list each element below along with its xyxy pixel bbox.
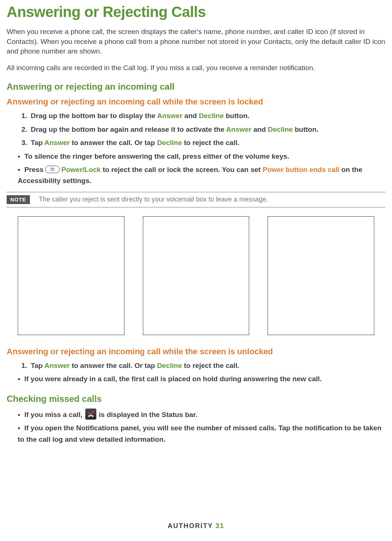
note-callout: NOTE The caller you reject is sent direc… xyxy=(7,192,385,207)
step-text: and xyxy=(251,125,268,133)
locked-step-2: 2. Drag up the bottom bar again and rele… xyxy=(21,124,385,135)
screenshot-placeholder-2 xyxy=(143,216,250,335)
decline-keyword: Decline xyxy=(157,362,182,369)
missed-bullet-icon: If you miss a call, is displayed in the … xyxy=(18,409,385,421)
intro-paragraph-1: When you receive a phone call, the scree… xyxy=(7,27,385,56)
intro-paragraph-2: All incoming calls are recorded in the C… xyxy=(7,63,385,73)
screenshot-placeholder-1 xyxy=(18,216,124,335)
answer-keyword: Answer xyxy=(226,125,252,133)
step-text: Tap xyxy=(31,139,44,147)
answer-keyword: Answer xyxy=(44,362,70,369)
section-answer-reject-heading: Answering or rejecting an incoming call xyxy=(7,82,385,92)
locked-step-1: 1. Drag up the bottom bar to display the… xyxy=(21,110,385,121)
footer-page-number: 31 xyxy=(216,522,224,530)
unlocked-bullets: If you were already in a call, the first… xyxy=(7,373,385,385)
bullet-text: Press xyxy=(24,166,45,173)
answer-keyword: Answer xyxy=(44,139,70,147)
locked-bullets: To silence the ringer before answering t… xyxy=(7,151,385,187)
locked-steps-list: 1. Drag up the bottom bar to display the… xyxy=(7,110,385,148)
decline-keyword: Decline xyxy=(157,139,182,147)
missed-bullet-panel: If you open the Notifications panel, you… xyxy=(18,423,385,445)
step-text: to reject the call. xyxy=(182,139,239,147)
screenshot-placeholder-row xyxy=(7,216,385,335)
step-number: 1. xyxy=(21,110,29,121)
page-title: Answering or Rejecting Calls xyxy=(7,4,385,20)
step-text: and xyxy=(182,112,199,120)
bullet-text: to reject the call or lock the screen. Y… xyxy=(101,166,263,173)
step-text: button. xyxy=(293,125,319,133)
section-missed-heading: Checking missed calls xyxy=(7,394,385,404)
step-text: Drag up the bottom bar again and release… xyxy=(31,125,226,133)
page-footer: AUTHORITY 31 xyxy=(7,522,385,530)
bullet-text: If you were already in a call, the first… xyxy=(24,375,322,383)
bullet-text: To silence the ringer before answering t… xyxy=(24,152,289,160)
power-button-icon xyxy=(45,166,59,173)
bullet-text: If you open the Notifications panel, you… xyxy=(18,424,382,443)
note-text: The caller you reject is sent directly t… xyxy=(39,196,268,203)
step-text: Drag up the bottom bar to display the xyxy=(31,112,157,120)
step-text: to answer the call. Or tap xyxy=(70,362,157,369)
step-text: button. xyxy=(224,112,250,120)
step-number: 3. xyxy=(21,137,29,148)
subsection-unlocked-heading: Answering or rejecting an incoming call … xyxy=(7,347,385,356)
unlocked-step-1: 1. Tap Answer to answer the call. Or tap… xyxy=(21,360,385,371)
step-text: Tap xyxy=(31,362,44,369)
missed-bullets: If you miss a call, is displayed in the … xyxy=(7,409,385,445)
locked-bullet-silence: To silence the ringer before answering t… xyxy=(18,151,385,162)
note-badge: NOTE xyxy=(7,195,30,204)
missed-call-icon xyxy=(85,409,96,420)
screenshot-placeholder-3 xyxy=(268,216,374,335)
step-text: to answer the call. Or tap xyxy=(70,139,157,147)
answer-keyword: Answer xyxy=(157,112,183,120)
subsection-locked-heading: Answering or rejecting an incoming call … xyxy=(7,97,385,107)
locked-step-3: 3. Tap Answer to answer the call. Or tap… xyxy=(21,137,385,148)
step-number: 1. xyxy=(21,360,29,371)
unlocked-steps-list: 1. Tap Answer to answer the call. Or tap… xyxy=(7,360,385,371)
bullet-text: If you miss a call, xyxy=(24,411,85,418)
footer-brand: AUTHORITY xyxy=(168,522,213,530)
setting-keyword: Power button ends call xyxy=(262,166,339,173)
power-lock-keyword: Power/Lock xyxy=(59,166,101,173)
step-number: 2. xyxy=(21,124,29,135)
locked-bullet-power: Press Power/Lock to reject the call or l… xyxy=(18,164,385,187)
decline-keyword: Decline xyxy=(268,125,293,133)
step-text: to reject the call. xyxy=(182,362,239,369)
bullet-text: is displayed in the Status bar. xyxy=(97,411,197,418)
decline-keyword: Decline xyxy=(199,112,224,120)
unlocked-bullet-hold: If you were already in a call, the first… xyxy=(18,373,385,385)
